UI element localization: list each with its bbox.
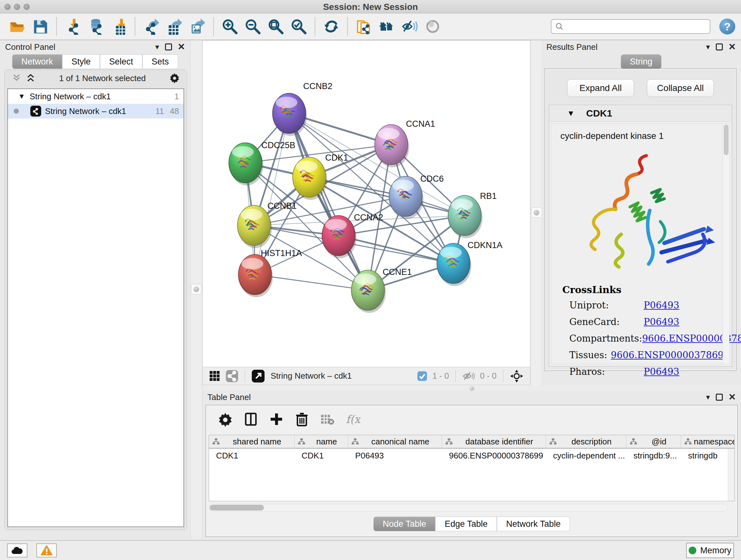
warning-button[interactable] bbox=[37, 543, 57, 557]
search-box[interactable] bbox=[551, 19, 711, 34]
network-node-ccnb2[interactable]: CCNB2 bbox=[273, 81, 333, 136]
save-icon[interactable] bbox=[31, 17, 49, 36]
table-cell[interactable]: 9606.ENSP00000378699 bbox=[442, 449, 546, 462]
network-node-cdc6[interactable]: CDC6 bbox=[389, 174, 444, 219]
network-node-ccnb1[interactable]: CCNB1 bbox=[238, 201, 297, 248]
table-row[interactable]: CDK1CDK1P064939606.ENSP00000378699cyclin… bbox=[209, 449, 734, 462]
network-edge[interactable] bbox=[289, 113, 368, 290]
table-cell[interactable]: stringdb:9... bbox=[626, 449, 681, 462]
sphere-icon[interactable] bbox=[424, 17, 442, 36]
splitter-handle[interactable] bbox=[531, 207, 542, 218]
eye-waves-icon[interactable] bbox=[401, 17, 419, 36]
table-cell[interactable]: stringdb bbox=[681, 449, 735, 462]
network-node-cdkn1a[interactable]: CDKN1A bbox=[437, 240, 502, 286]
collapse-all-button[interactable]: Collapse All bbox=[647, 79, 714, 97]
tab-select[interactable]: Select bbox=[100, 54, 142, 69]
results-scrollbar[interactable] bbox=[723, 124, 730, 364]
collapse-caret-icon[interactable]: ▼ bbox=[567, 109, 575, 118]
close-panel-icon[interactable]: ✕ bbox=[729, 393, 736, 401]
import-network-icon[interactable] bbox=[64, 17, 82, 36]
crosslink-link[interactable]: P06493 bbox=[644, 300, 679, 311]
float-panel-icon[interactable]: ▾ bbox=[706, 393, 710, 401]
float-panel-icon[interactable]: ▾ bbox=[155, 43, 159, 51]
network-thumbnail-icon[interactable] bbox=[226, 370, 239, 382]
horizontal-splitter[interactable] bbox=[202, 385, 741, 391]
expand-all-button[interactable]: Expand All bbox=[567, 79, 634, 97]
tree-caret-icon[interactable]: ▼ bbox=[18, 92, 25, 101]
collapse-all-icon[interactable] bbox=[11, 73, 22, 83]
export-network-icon[interactable] bbox=[142, 17, 160, 36]
node-section-header[interactable]: ▼ CDK1 bbox=[549, 105, 732, 122]
float-panel-icon[interactable]: ▾ bbox=[706, 43, 710, 51]
network-node-ccna1[interactable]: CCNA1 bbox=[375, 119, 435, 167]
zoom-out-icon[interactable] bbox=[244, 17, 262, 36]
column-header-database-identifier[interactable]: database identifier bbox=[442, 435, 546, 448]
table-cell[interactable]: cyclin-dependent ... bbox=[546, 449, 626, 462]
node-table[interactable]: shared namenamecanonical namedatabase id… bbox=[209, 435, 735, 501]
expand-all-icon[interactable] bbox=[25, 73, 36, 83]
column-header-shared-name[interactable]: shared name bbox=[209, 435, 294, 448]
cloud-button[interactable] bbox=[7, 543, 27, 557]
column-header-canonical-name[interactable]: canonical name bbox=[348, 435, 442, 448]
table-cell[interactable]: P06493 bbox=[348, 449, 442, 462]
doc-network-icon[interactable] bbox=[355, 17, 373, 36]
splitter-handle[interactable] bbox=[191, 284, 201, 294]
plus-icon[interactable] bbox=[269, 412, 284, 427]
network-collection-row[interactable]: ▼ String Network – cdk1 1 bbox=[8, 89, 184, 104]
network-node-hist1h1a[interactable]: HIST1H1A bbox=[239, 248, 302, 297]
network-row[interactable]: String Network – cdk1 11 48 bbox=[8, 104, 184, 118]
zoom-in-icon[interactable] bbox=[221, 17, 239, 36]
memory-button[interactable]: Memory bbox=[686, 543, 734, 558]
network-graph[interactable]: CCNB2CCNA1CDC25BCDK1CDC6RB1CCNB1CCNA2CDK… bbox=[203, 41, 530, 367]
column-header-name[interactable]: name bbox=[294, 435, 348, 448]
maximize-panel-icon[interactable] bbox=[165, 44, 172, 51]
tab-string[interactable]: String bbox=[621, 54, 662, 69]
columns-icon[interactable] bbox=[243, 412, 259, 427]
grid-view-icon[interactable] bbox=[209, 370, 220, 382]
birdseye-view-icon[interactable] bbox=[510, 369, 524, 383]
fx-icon[interactable]: f(x) bbox=[345, 412, 360, 427]
search-input[interactable] bbox=[566, 22, 706, 31]
close-panel-icon[interactable]: ✕ bbox=[729, 43, 736, 51]
network-view[interactable]: CCNB2CCNA1CDC25BCDK1CDC6RB1CCNB1CCNA2CDK… bbox=[202, 40, 530, 385]
maximize-panel-icon[interactable] bbox=[716, 394, 723, 401]
maximize-panel-icon[interactable] bbox=[716, 44, 723, 51]
network-node-ccne1[interactable]: CCNE1 bbox=[351, 267, 412, 313]
export-table-icon[interactable] bbox=[165, 17, 183, 36]
crosslink-link[interactable]: P06493 bbox=[644, 366, 679, 377]
gear-icon[interactable] bbox=[218, 412, 233, 427]
close-panel-icon[interactable]: ✕ bbox=[178, 43, 185, 51]
homes-icon[interactable] bbox=[378, 17, 396, 36]
tab-node-table[interactable]: Node Table bbox=[374, 516, 435, 531]
tab-network[interactable]: Network bbox=[12, 54, 62, 69]
column-header-description[interactable]: description bbox=[546, 435, 626, 448]
tab-network-table[interactable]: Network Table bbox=[497, 516, 570, 531]
import-db-icon[interactable] bbox=[87, 17, 105, 36]
table-horizontal-scrollbar[interactable] bbox=[209, 504, 728, 511]
table-cell[interactable]: CDK1 bbox=[294, 449, 348, 462]
zoom-check-icon[interactable] bbox=[290, 17, 308, 36]
table-vertical-scrollbar[interactable] bbox=[728, 449, 734, 501]
selected-checkbox-icon[interactable] bbox=[417, 371, 427, 381]
open-in-new-window-icon[interactable] bbox=[252, 369, 265, 383]
tab-edge-table[interactable]: Edge Table bbox=[435, 516, 497, 531]
export-image-icon[interactable] bbox=[188, 17, 206, 36]
import-table-icon[interactable] bbox=[110, 17, 128, 36]
network-node-rb1[interactable]: RB1 bbox=[448, 191, 497, 238]
column-header-namespace[interactable]: namespace bbox=[681, 435, 735, 448]
zoom-fit-icon[interactable] bbox=[267, 17, 285, 36]
trash-icon[interactable] bbox=[294, 412, 310, 427]
tab-sets[interactable]: Sets bbox=[142, 54, 178, 69]
help-button[interactable]: ? bbox=[719, 18, 735, 35]
table-cell[interactable]: CDK1 bbox=[209, 449, 294, 462]
crosslink-link[interactable]: 9606.ENSP00000378699 bbox=[611, 350, 730, 361]
tab-style[interactable]: Style bbox=[62, 54, 100, 69]
network-node-cdk1[interactable]: CDK1 bbox=[293, 153, 348, 200]
gear-icon[interactable] bbox=[169, 72, 180, 84]
column-header--id[interactable]: @id bbox=[626, 435, 681, 448]
network-node-cdc25b[interactable]: CDC25B bbox=[229, 140, 295, 186]
open-folder-icon[interactable] bbox=[8, 17, 26, 36]
refresh-icon[interactable] bbox=[322, 17, 340, 36]
crosslink-link[interactable]: P06493 bbox=[644, 316, 679, 327]
table-x-icon[interactable] bbox=[320, 412, 335, 427]
